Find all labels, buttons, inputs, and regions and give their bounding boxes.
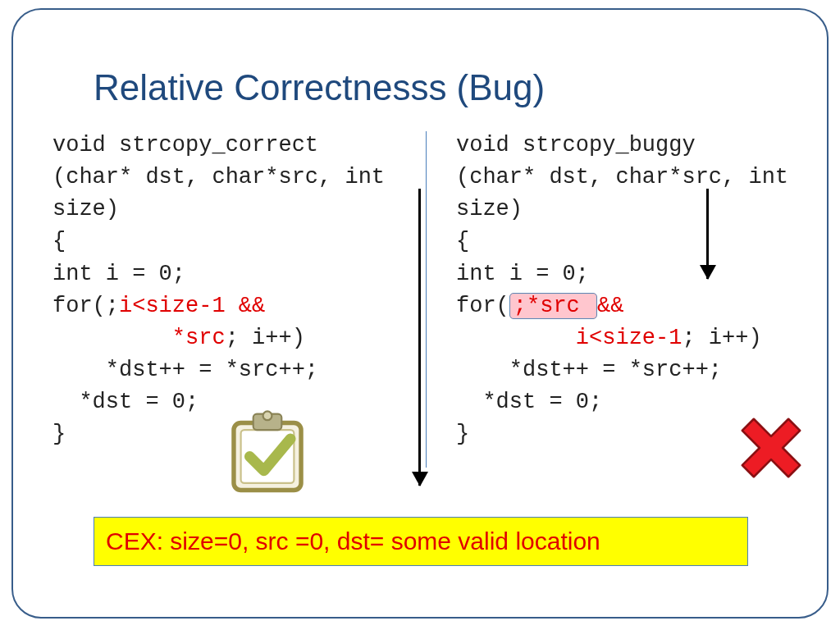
counterexample-text: CEX: size=0, src =0, dst= some valid loc…: [106, 527, 600, 555]
code-line: {: [456, 226, 809, 258]
code-line: *dst++ = *src++;: [456, 354, 809, 386]
clipboard-check-icon: [223, 407, 312, 495]
svg-point-3: [263, 411, 272, 420]
code-line: *dst++ = *src++;: [52, 354, 405, 386]
code-line: (char* dst, char*src, int size): [456, 162, 809, 226]
code-buggy: void strcopy_buggy (char* dst, char*src,…: [456, 130, 809, 450]
code-line: *src; i++): [52, 322, 405, 354]
column-divider: [426, 131, 427, 468]
slide-title: Relative Correctnesss (Bug): [94, 67, 545, 108]
cross-icon: [735, 412, 807, 484]
code-line: i<size-1; i++): [456, 322, 809, 354]
bug-highlight: ;*src: [509, 293, 597, 319]
arrow-down-icon: [418, 189, 421, 486]
code-line: {: [52, 226, 405, 258]
code-line: int i = 0;: [52, 258, 405, 290]
arrow-down-icon: [706, 189, 709, 279]
code-correct: void strcopy_correct (char* dst, char*sr…: [52, 130, 405, 450]
code-line: void strcopy_correct: [52, 130, 405, 162]
code-line: void strcopy_buggy: [456, 130, 809, 162]
code-line: for(;*src &&: [456, 290, 809, 322]
code-line: int i = 0;: [456, 258, 809, 290]
code-line: for(;i<size-1 &&: [52, 290, 405, 322]
code-line: (char* dst, char*src, int size): [52, 162, 405, 226]
counterexample-box: CEX: size=0, src =0, dst= some valid loc…: [94, 517, 748, 566]
slide-frame: Relative Correctnesss (Bug) void strcopy…: [11, 8, 829, 619]
